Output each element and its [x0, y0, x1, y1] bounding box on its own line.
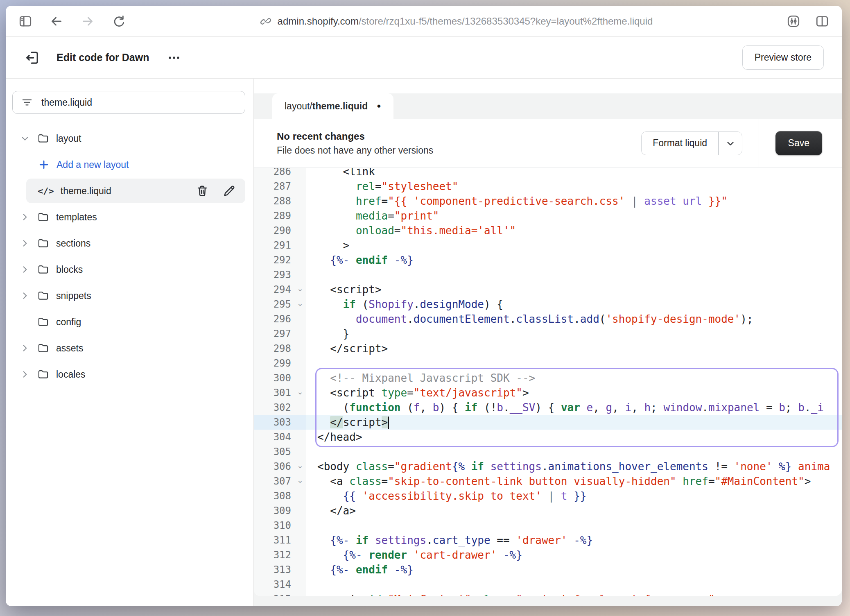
code-line[interactable]: 302 (function (f, b) { if (!b.__SV) { va… — [254, 400, 842, 415]
code-line-text[interactable]: {%- render 'cart-drawer' -%} — [306, 548, 842, 562]
sidebar-item-snippets[interactable]: snippets — [6, 283, 253, 309]
code-line[interactable]: 297 } — [254, 326, 842, 341]
code-line-text[interactable] — [306, 518, 842, 533]
sidebar-item-sections[interactable]: sections — [6, 230, 253, 256]
chevron-right-icon[interactable] — [20, 238, 30, 249]
code-line[interactable]: 289 media="print" — [254, 208, 842, 223]
code-line-text[interactable]: <a class="skip-to-content-link button vi… — [306, 474, 842, 489]
code-line-text[interactable]: {{ 'accessibility.skip_to_text' | t }} — [306, 489, 842, 503]
code-line[interactable]: 294⌄ <script> — [254, 282, 842, 297]
code-line[interactable]: 293 — [254, 267, 842, 282]
exit-icon[interactable] — [24, 49, 41, 66]
fold-chevron-icon[interactable]: ⌄ — [297, 458, 303, 473]
sidebar-item-theme-liquid[interactable]: </>theme.liquid — [26, 179, 245, 203]
chevron-right-icon[interactable] — [20, 290, 30, 301]
code-line[interactable]: 303 </script> — [254, 415, 842, 430]
save-button[interactable]: Save — [775, 131, 822, 155]
code-line[interactable]: 287 rel="stylesheet" — [254, 179, 842, 194]
code-line-text[interactable]: onload="this.media='all'" — [306, 223, 842, 238]
code-editor[interactable]: 286 <link287 rel="stylesheet"288 href="{… — [254, 168, 842, 596]
code-line[interactable]: 295⌄ if (Shopify.designMode) { — [254, 297, 842, 312]
file-search-box[interactable] — [12, 91, 245, 114]
browser-settings-icon[interactable] — [786, 14, 801, 29]
search-input[interactable] — [41, 97, 237, 108]
code-line[interactable]: 296 document.documentElement.classList.a… — [254, 312, 842, 326]
format-options-dropdown[interactable] — [719, 132, 742, 155]
chevron-right-icon[interactable] — [20, 369, 30, 380]
code-line[interactable]: 307⌄ <a class="skip-to-content-link butt… — [254, 474, 842, 489]
code-line-text[interactable]: </script> — [306, 341, 842, 356]
code-line-text[interactable]: </a> — [306, 503, 842, 518]
trash-icon[interactable] — [195, 184, 209, 198]
code-line-text[interactable]: href="{{ 'component-predictive-search.cs… — [306, 194, 842, 208]
code-line-text[interactable]: {%- endif -%} — [306, 562, 842, 577]
sidebar-item-config[interactable]: config — [6, 309, 253, 335]
code-line[interactable]: 311 {%- if settings.cart_type == 'drawer… — [254, 533, 842, 548]
sidebar-toggle-icon[interactable] — [18, 14, 33, 29]
fold-chevron-icon[interactable]: ⌄ — [297, 296, 303, 311]
code-line[interactable]: 300 <!-- Mixpanel Javascript SDK --> — [254, 371, 842, 385]
code-line-text[interactable]: <script> — [306, 282, 842, 297]
code-line[interactable]: 299 — [254, 356, 842, 371]
code-line[interactable]: 312 {%- render 'cart-drawer' -%} — [254, 548, 842, 562]
code-line[interactable]: 315 <main id="MainContent" class="conten… — [254, 592, 842, 596]
code-line-text[interactable] — [306, 267, 842, 282]
code-line-text[interactable]: media="print" — [306, 208, 842, 223]
chevron-right-icon[interactable] — [20, 212, 30, 222]
code-line-text[interactable]: (function (f, b) { if (!b.__SV) { var e,… — [306, 400, 842, 415]
fold-chevron-icon[interactable]: ⌄ — [297, 385, 303, 399]
reload-icon[interactable] — [111, 14, 126, 29]
code-line-text[interactable]: {%- if settings.cart_type == 'drawer' -%… — [306, 533, 842, 548]
code-line-text[interactable]: <link — [306, 168, 842, 179]
fold-chevron-icon[interactable]: ⌄ — [297, 281, 303, 296]
sidebar-item-blocks[interactable]: blocks — [6, 256, 253, 283]
tab-theme-liquid[interactable]: layout/theme.liquid● — [272, 93, 393, 119]
code-line[interactable]: 286 <link — [254, 168, 842, 179]
code-line-text[interactable]: } — [306, 326, 842, 341]
code-line-text[interactable]: <body class="gradient{% if settings.anim… — [306, 459, 842, 474]
code-line-text[interactable]: > — [306, 238, 842, 253]
code-line-text[interactable]: </script> — [306, 415, 842, 430]
fold-chevron-icon[interactable]: ⌄ — [297, 473, 303, 488]
code-line-text[interactable] — [306, 577, 842, 592]
code-line[interactable]: 298 </script> — [254, 341, 842, 356]
address-bar[interactable]: admin.shopify.com/store/rzq1xu-f5/themes… — [126, 15, 786, 27]
format-liquid-button[interactable]: Format liquid — [642, 132, 718, 155]
code-line[interactable]: 310 — [254, 518, 842, 533]
code-line[interactable]: 306⌄<body class="gradient{% if settings.… — [254, 459, 842, 474]
sidebar-item-add-a-new-layout[interactable]: Add a new layout — [6, 152, 253, 178]
code-line-text[interactable]: <!-- Mixpanel Javascript SDK --> — [306, 371, 842, 385]
code-line[interactable]: 292 {%- endif -%} — [254, 253, 842, 267]
code-line[interactable]: 313 {%- endif -%} — [254, 562, 842, 577]
pencil-icon[interactable] — [222, 184, 236, 198]
code-line[interactable]: 309 </a> — [254, 503, 842, 518]
code-line[interactable]: 301⌄ <script type="text/javascript"> — [254, 385, 842, 400]
code-line-text[interactable]: if (Shopify.designMode) { — [306, 297, 842, 312]
code-line-text[interactable]: </head> — [306, 430, 842, 444]
code-line[interactable]: 304</head> — [254, 430, 842, 444]
code-line-text[interactable]: document.documentElement.classList.add('… — [306, 312, 842, 326]
split-view-icon[interactable] — [815, 14, 830, 29]
code-line-text[interactable]: rel="stylesheet" — [306, 179, 842, 194]
code-line-text[interactable] — [306, 356, 842, 371]
code-line[interactable]: 288 href="{{ 'component-predictive-searc… — [254, 194, 842, 208]
code-line[interactable]: 291 > — [254, 238, 842, 253]
back-icon[interactable] — [49, 14, 64, 29]
sidebar-item-assets[interactable]: assets — [6, 335, 253, 361]
preview-store-button[interactable]: Preview store — [742, 45, 824, 70]
code-line-text[interactable]: {%- endif -%} — [306, 253, 842, 267]
sidebar-item-templates[interactable]: templates — [6, 204, 253, 230]
code-line-text[interactable] — [306, 444, 842, 459]
code-line[interactable]: 314 — [254, 577, 842, 592]
sidebar-item-locales[interactable]: locales — [6, 361, 253, 387]
code-line-text[interactable]: <script type="text/javascript"> — [306, 385, 842, 400]
chevron-right-icon[interactable] — [20, 343, 30, 353]
chevron-right-icon[interactable] — [20, 264, 30, 275]
more-actions-icon[interactable] — [167, 51, 181, 65]
code-line[interactable]: 308 {{ 'accessibility.skip_to_text' | t … — [254, 489, 842, 503]
chevron-down-icon[interactable] — [20, 133, 30, 144]
sidebar-item-layout[interactable]: layout — [6, 125, 253, 152]
code-line[interactable]: 305 — [254, 444, 842, 459]
code-line-text[interactable]: <main id="MainContent" class="content-fo… — [306, 592, 842, 596]
code-line[interactable]: 290 onload="this.media='all'" — [254, 223, 842, 238]
